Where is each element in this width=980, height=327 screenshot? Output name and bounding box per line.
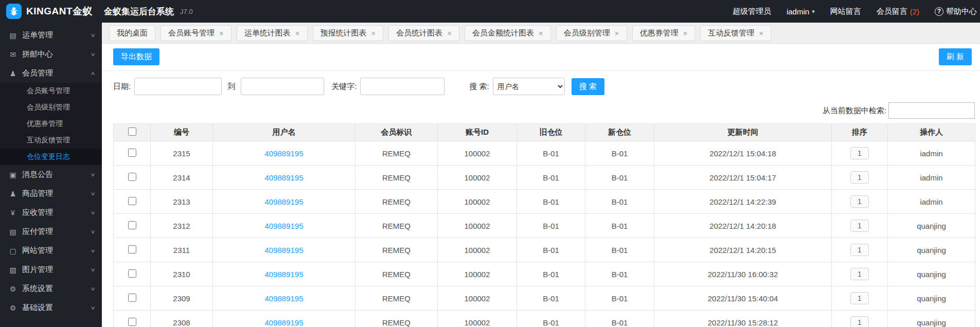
sort-input[interactable]: 1 bbox=[850, 195, 869, 208]
sidebar-item-payable-management[interactable]: ▤ 应付管理 ∨ bbox=[0, 222, 102, 241]
row-checkbox[interactable] bbox=[128, 173, 136, 181]
sidebar-item-label: 消息公告 bbox=[22, 170, 91, 179]
sort-input[interactable]: 1 bbox=[850, 268, 869, 280]
search-field-select[interactable]: 用户名 bbox=[493, 78, 565, 95]
globe-icon: ▢ bbox=[7, 247, 19, 255]
close-icon[interactable]: × bbox=[447, 29, 452, 37]
tab-my-desktop[interactable]: 我的桌面 bbox=[109, 25, 155, 41]
username-link[interactable]: 409889195 bbox=[264, 294, 303, 303]
member-messages-link[interactable]: 会员留言 (2) bbox=[877, 7, 919, 16]
username-link[interactable]: 409889195 bbox=[264, 197, 303, 206]
sidebar-subitem-member-account-management[interactable]: 会员账号管理 bbox=[0, 83, 102, 99]
row-checkbox[interactable] bbox=[128, 221, 136, 229]
row-checkbox[interactable] bbox=[128, 149, 136, 157]
sort-input[interactable]: 1 bbox=[850, 316, 869, 327]
column-header-username[interactable]: 用户名 bbox=[213, 124, 355, 141]
sidebar-item-receivable-management[interactable]: ¥ 应收管理 ∨ bbox=[0, 203, 102, 222]
cell-operator: quanjing bbox=[888, 286, 975, 311]
close-icon[interactable]: × bbox=[295, 29, 300, 37]
column-header-member-tag[interactable]: 会员标识 bbox=[355, 124, 438, 141]
column-header-sort[interactable]: 排序 bbox=[832, 124, 888, 141]
sidebar: ▤ 运单管理 ∨ ✉ 拼邮中心 ∨ ♟ 会员管理 ∧ 会员账号管理 会员级别管理… bbox=[0, 23, 102, 327]
cell-old-slot: B-01 bbox=[517, 214, 585, 238]
column-header-old-slot[interactable]: 旧仓位 bbox=[517, 124, 585, 141]
close-icon[interactable]: × bbox=[615, 29, 619, 37]
sidebar-subitem-member-level-management[interactable]: 会员级别管理 bbox=[0, 99, 102, 116]
sidebar-subitem-coupon-management[interactable]: 优惠券管理 bbox=[0, 116, 102, 132]
logo[interactable]: KINGANT金蚁 bbox=[0, 4, 99, 19]
username-link[interactable]: 409889195 bbox=[264, 173, 303, 182]
tab-feedback-management[interactable]: 互动反馈管理 × bbox=[700, 25, 771, 41]
sort-input[interactable]: 1 bbox=[850, 171, 869, 184]
column-header-account-id[interactable]: 账号ID bbox=[438, 124, 517, 141]
close-icon[interactable]: × bbox=[683, 29, 688, 37]
sort-input[interactable]: 1 bbox=[850, 244, 869, 256]
username-link[interactable]: 409889195 bbox=[264, 318, 303, 327]
tab-waybill-stats-chart[interactable]: 运单统计图表 × bbox=[237, 25, 308, 41]
search-button[interactable]: 搜 索 bbox=[572, 78, 604, 95]
tab-member-stats-chart[interactable]: 会员统计图表 × bbox=[388, 25, 459, 41]
row-checkbox[interactable] bbox=[128, 197, 136, 205]
cell-sort: 1 bbox=[832, 141, 888, 166]
close-icon[interactable]: × bbox=[219, 29, 224, 37]
username-link[interactable]: 409889195 bbox=[264, 222, 303, 230]
tab-member-account-management[interactable]: 会员账号管理 × bbox=[161, 25, 231, 41]
export-data-button[interactable]: 导出数据 bbox=[113, 48, 159, 65]
sort-input[interactable]: 1 bbox=[850, 147, 869, 159]
close-icon[interactable]: × bbox=[759, 29, 763, 37]
user-menu[interactable]: iadmin ▾ bbox=[787, 7, 815, 16]
username-link[interactable]: 409889195 bbox=[264, 246, 303, 255]
tab-member-level-management[interactable]: 会员级别管理 × bbox=[556, 25, 627, 41]
row-checkbox[interactable] bbox=[128, 294, 136, 302]
sidebar-item-system-settings[interactable]: ⚙ 系统设置 ∨ bbox=[0, 279, 102, 298]
quick-search-input[interactable] bbox=[888, 102, 975, 119]
tab-label: 运单统计图表 bbox=[244, 28, 291, 38]
column-header-updated[interactable]: 更新时间 bbox=[654, 124, 832, 141]
tab-coupon-management[interactable]: 优惠券管理 × bbox=[632, 25, 696, 41]
gear-icon: ⚙ bbox=[7, 304, 19, 312]
column-header-operator[interactable]: 操作人 bbox=[888, 124, 975, 141]
sidebar-item-image-management[interactable]: ▨ 图片管理 ∨ bbox=[0, 260, 102, 279]
username-link[interactable]: 409889195 bbox=[264, 270, 303, 279]
sidebar-item-product-management[interactable]: ♟ 商品管理 ∨ bbox=[0, 184, 102, 203]
row-checkbox[interactable] bbox=[128, 318, 136, 326]
sidebar-item-mail-center[interactable]: ✉ 拼邮中心 ∨ bbox=[0, 45, 102, 64]
cell-sort: 1 bbox=[832, 286, 888, 311]
row-checkbox[interactable] bbox=[128, 245, 136, 253]
column-header-new-slot[interactable]: 新仓位 bbox=[585, 124, 654, 141]
sidebar-item-label: 应付管理 bbox=[22, 227, 91, 237]
site-messages-link[interactable]: 网站留言 bbox=[830, 7, 861, 16]
cell-updated: 2022/12/1 14:20:18 bbox=[654, 214, 832, 238]
keyword-input[interactable] bbox=[360, 78, 444, 95]
sidebar-item-member-management[interactable]: ♟ 会员管理 ∧ bbox=[0, 64, 102, 83]
chevron-down-icon: ∨ bbox=[90, 267, 95, 272]
tab-member-amount-stats-chart[interactable]: 会员金额统计图表 × bbox=[465, 25, 551, 41]
sidebar-item-website-management[interactable]: ▢ 网站管理 ∨ bbox=[0, 241, 102, 260]
close-icon[interactable]: × bbox=[371, 29, 376, 37]
select-all-checkbox[interactable] bbox=[128, 128, 136, 136]
row-checkbox[interactable] bbox=[128, 269, 136, 278]
chevron-down-icon: ∨ bbox=[90, 248, 95, 253]
tab-forecast-stats-chart[interactable]: 预报统计图表 × bbox=[313, 25, 384, 41]
cell-id: 2311 bbox=[151, 238, 213, 262]
sort-input[interactable]: 1 bbox=[850, 292, 869, 304]
refresh-button[interactable]: 刷 新 bbox=[939, 48, 972, 65]
cell-sort: 1 bbox=[832, 190, 888, 214]
sidebar-item-message-announcement[interactable]: ▣ 消息公告 ∨ bbox=[0, 165, 102, 184]
sidebar-subitem-slot-change-log[interactable]: 仓位变更日志 bbox=[0, 149, 102, 165]
sidebar-item-basic-settings[interactable]: ⚙ 基础设置 ∨ bbox=[0, 298, 102, 317]
sidebar-item-waybill-management[interactable]: ▤ 运单管理 ∨ bbox=[0, 26, 102, 45]
help-link[interactable]: ? 帮助中心 bbox=[935, 7, 977, 16]
column-header-id[interactable]: 编号 bbox=[151, 124, 213, 141]
close-icon[interactable]: × bbox=[539, 29, 543, 37]
table-row: 2308 409889195 REMEQ 100002 B-01 B-01 20… bbox=[114, 311, 975, 327]
date-to-input[interactable] bbox=[241, 78, 324, 95]
sort-input[interactable]: 1 bbox=[850, 220, 869, 232]
date-from-input[interactable] bbox=[134, 78, 222, 95]
sidebar-subitem-feedback-management[interactable]: 互动反馈管理 bbox=[0, 132, 102, 149]
username-link[interactable]: 409889195 bbox=[264, 149, 303, 158]
kingant-logo-icon bbox=[6, 4, 22, 19]
chevron-down-icon: ▾ bbox=[812, 8, 815, 15]
table-row: 2309 409889195 REMEQ 100002 B-01 B-01 20… bbox=[114, 286, 975, 311]
sidebar-item-label: 会员管理 bbox=[22, 68, 91, 78]
